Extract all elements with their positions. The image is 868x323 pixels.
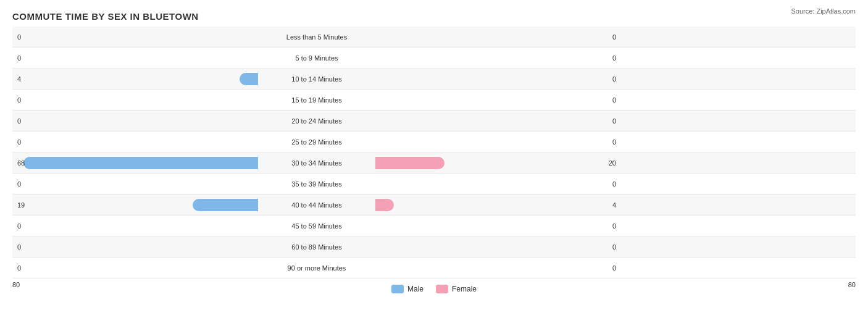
female-value: 0	[612, 54, 616, 62]
row-label: 20 to 24 Minutes	[258, 117, 375, 125]
male-value: 0	[17, 180, 21, 188]
table-row: 0 Less than 5 Minutes 0	[12, 27, 856, 48]
male-value: 19	[17, 201, 25, 209]
male-value: 0	[17, 222, 21, 230]
row-label: 15 to 19 Minutes	[258, 96, 375, 104]
female-bar	[375, 157, 444, 169]
female-value: 0	[612, 96, 616, 104]
chart-container: COMMUTE TIME BY SEX IN BLUETOWN Source: …	[0, 0, 868, 323]
row-label: 60 to 89 Minutes	[258, 243, 375, 251]
table-row: 0 35 to 39 Minutes 0	[12, 174, 856, 195]
row-label: 5 to 9 Minutes	[258, 54, 375, 62]
legend-female: Female	[436, 285, 477, 293]
axis-left-label: 80	[12, 281, 37, 293]
legend: Male Female	[391, 285, 477, 293]
female-value: 0	[612, 180, 616, 188]
male-value: 0	[17, 117, 21, 125]
male-value: 0	[17, 96, 21, 104]
male-value: 0	[17, 264, 21, 272]
table-row: 0 20 to 24 Minutes 0	[12, 111, 856, 132]
row-label: 45 to 59 Minutes	[258, 222, 375, 230]
male-value: 0	[17, 33, 21, 41]
male-value: 0	[17, 243, 21, 251]
table-row: 4 10 to 14 Minutes 0	[12, 69, 856, 90]
male-label: Male	[407, 285, 424, 293]
female-value: 20	[609, 159, 616, 167]
female-value: 4	[612, 201, 616, 209]
legend-male: Male	[391, 285, 424, 293]
female-value: 0	[612, 33, 616, 41]
female-value: 0	[612, 75, 616, 83]
female-value: 0	[612, 264, 616, 272]
female-value: 0	[612, 243, 616, 251]
male-swatch	[391, 285, 404, 293]
row-label: 40 to 44 Minutes	[258, 201, 375, 209]
table-row: 0 5 to 9 Minutes 0	[12, 48, 856, 69]
male-value: 68	[17, 159, 25, 167]
row-label: 90 or more Minutes	[258, 264, 375, 272]
female-bar	[375, 199, 394, 211]
male-bar	[193, 199, 258, 211]
axis-bottom: 80 Male Female 80	[12, 280, 856, 295]
table-row: 0 45 to 59 Minutes 0	[12, 216, 856, 237]
axis-right-label: 80	[831, 281, 856, 293]
table-row: 0 15 to 19 Minutes 0	[12, 90, 856, 111]
row-label: 30 to 34 Minutes	[258, 159, 375, 167]
female-label: Female	[452, 285, 477, 293]
table-row: 0 60 to 89 Minutes 0	[12, 237, 856, 258]
male-value: 0	[17, 138, 21, 146]
female-value: 0	[612, 138, 616, 146]
table-row: 68 30 to 34 Minutes 20	[12, 153, 856, 174]
female-value: 0	[612, 222, 616, 230]
female-value: 0	[612, 117, 616, 125]
table-row: 0 25 to 29 Minutes 0	[12, 132, 856, 153]
row-label: 35 to 39 Minutes	[258, 180, 375, 188]
male-bar	[240, 73, 258, 85]
row-label: 25 to 29 Minutes	[258, 138, 375, 146]
male-value: 4	[17, 75, 21, 83]
male-value: 0	[17, 54, 21, 62]
table-row: 0 90 or more Minutes 0	[12, 258, 856, 279]
source-label: Source: ZipAtlas.com	[791, 7, 856, 15]
row-label: Less than 5 Minutes	[258, 33, 375, 41]
table-row: 19 40 to 44 Minutes 4	[12, 195, 856, 216]
chart-area: 0 Less than 5 Minutes 0 0 5 to 9 Minutes	[12, 27, 856, 280]
row-label: 10 to 14 Minutes	[258, 75, 375, 83]
female-swatch	[436, 285, 448, 293]
chart-title: COMMUTE TIME BY SEX IN BLUETOWN	[12, 11, 856, 22]
male-bar	[23, 157, 258, 169]
